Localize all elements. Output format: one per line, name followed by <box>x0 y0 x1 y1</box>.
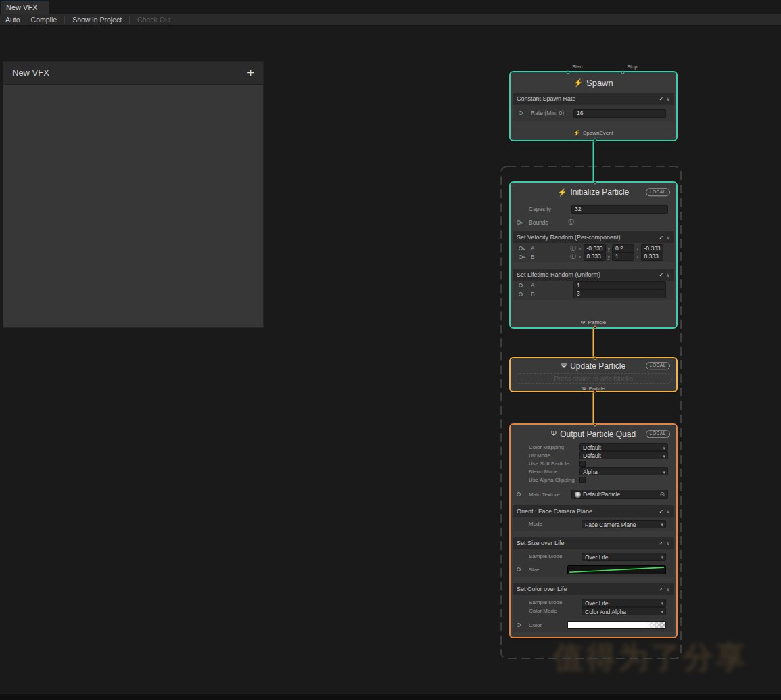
lifetime-a-port[interactable] <box>519 283 531 287</box>
chevron-down-icon[interactable]: ∨ <box>666 509 670 515</box>
velocity-a-z-input[interactable]: -0.333 <box>641 244 663 253</box>
main-texture-port[interactable] <box>517 492 529 496</box>
show-in-project-button[interactable]: Show in Project <box>67 14 127 26</box>
sample-mode-label: Sample Mode <box>529 599 582 605</box>
expand-icon[interactable]: ▸ <box>523 246 525 251</box>
color-mapping-dropdown[interactable]: Default ▾ <box>579 443 668 451</box>
initialize-particle-context-node[interactable]: ⚡ Initialize Particle LOCAL Capacity 32 … <box>509 181 678 329</box>
bounds-label: Bounds <box>529 219 568 226</box>
update-input-flow-port[interactable] <box>593 357 596 360</box>
velocity-a-port[interactable]: ▸ <box>519 246 531 251</box>
set-lifetime-random-block[interactable]: Set Lifetime Random (Uniform) ✓ ∨ A 1 B … <box>513 269 674 300</box>
output-title-row: Ψ Output Particle Quad LOCAL <box>511 425 676 443</box>
use-soft-particle-checkbox[interactable] <box>579 461 586 467</box>
rate-label: Rate (Min: 0) <box>531 110 573 116</box>
constant-spawn-rate-block[interactable]: Constant Spawn Rate ✓ ∨ Rate (Min: 0) 16 <box>513 93 674 121</box>
lifetime-a-input[interactable]: 1 <box>573 281 666 290</box>
size-sample-mode-dropdown[interactable]: Over Life ▾ <box>582 553 666 561</box>
color-gradient-field[interactable] <box>567 621 666 629</box>
spawn-output-flow-port[interactable] <box>593 139 596 142</box>
block-enabled-checkbox[interactable]: ✓ <box>659 272 663 278</box>
compile-button[interactable]: Compile <box>26 14 63 26</box>
local-space-icon[interactable]: Ⓛ <box>570 246 576 252</box>
block-enabled-checkbox[interactable]: ✓ <box>659 235 663 241</box>
auto-toggle-button[interactable]: Auto <box>0 14 26 26</box>
update-output-flow-port[interactable] <box>593 390 596 393</box>
set-velocity-random-block[interactable]: Set Velocity Random (Per-component) ✓ ∨ … <box>513 231 674 262</box>
output-particle-quad-context-node[interactable]: Ψ Output Particle Quad LOCAL Color Mappi… <box>509 423 678 638</box>
lightning-icon: ⚡ <box>573 130 580 136</box>
block-enabled-checkbox[interactable]: ✓ <box>659 586 663 592</box>
velocity-a-row: ▸ A Ⓛ x -0.333 y 0.2 z -0.333 <box>513 243 674 253</box>
local-space-icon[interactable]: Ⓛ <box>570 254 576 260</box>
add-property-button[interactable]: + <box>247 66 254 79</box>
set-size-over-life-block[interactable]: Set Size over Life ✓ ∨ Sample Mode Over … <box>513 537 674 577</box>
size-port[interactable] <box>517 567 529 571</box>
color-mapping-row: Color Mapping Default ▾ <box>511 443 676 451</box>
velocity-a-y-input[interactable]: 0.2 <box>612 244 634 253</box>
color-sample-mode-dropdown[interactable]: Over Life ▾ <box>582 599 666 607</box>
lifetime-b-input[interactable]: 3 <box>573 289 666 298</box>
velocity-b-label: B <box>531 254 570 260</box>
update-title: Update Particle <box>570 361 625 371</box>
expand-icon[interactable]: ▸ <box>521 220 523 225</box>
chevron-down-icon[interactable]: ∨ <box>666 235 670 241</box>
lifetime-b-port[interactable] <box>519 292 531 296</box>
spawn-context-node[interactable]: Start Stop ⚡ Spawn Constant Spawn Rate ✓… <box>509 71 678 141</box>
use-alpha-clipping-checkbox[interactable] <box>579 477 586 483</box>
initialize-input-flow-port[interactable] <box>593 181 596 185</box>
capacity-input[interactable]: 32 <box>571 205 668 214</box>
start-flow-port[interactable] <box>567 71 570 74</box>
chevron-down-icon[interactable]: ∨ <box>666 272 670 278</box>
lifetime-a-label: A <box>531 282 573 289</box>
port-circle-icon <box>517 623 521 627</box>
stop-flow-port[interactable] <box>621 71 625 74</box>
velocity-a-x-input[interactable]: -0.333 <box>584 244 606 253</box>
color-mode-dropdown[interactable]: Color And Alpha ▾ <box>582 607 666 615</box>
dropdown-arrow-icon: ▾ <box>663 445 665 452</box>
object-picker-icon[interactable]: ⊙ <box>659 492 665 498</box>
velocity-b-port[interactable]: ▸ <box>519 254 531 259</box>
uv-mode-dropdown[interactable]: Default ▾ <box>579 451 668 459</box>
velocity-b-z-input[interactable]: 0.333 <box>641 252 663 261</box>
size-curve-field[interactable] <box>567 565 666 574</box>
velocity-b-vector: x 0.333 y 1 z 0.333 <box>579 252 666 261</box>
rate-input[interactable]: 16 <box>573 109 666 118</box>
initialize-output-flow-port[interactable] <box>593 326 596 329</box>
particle-icon: Ψ <box>582 386 586 391</box>
set-color-over-life-block[interactable]: Set Color over Life ✓ ∨ Sample Mode Over… <box>513 583 674 632</box>
block-header: Constant Spawn Rate ✓ ∨ <box>513 93 674 105</box>
initialize-title-row: ⚡ Initialize Particle LOCAL <box>511 183 676 202</box>
block-title: Set Velocity Random (Per-component) <box>517 234 621 241</box>
velocity-b-y-input[interactable]: 1 <box>612 252 634 261</box>
velocity-b-x-input[interactable]: 0.333 <box>584 252 606 261</box>
port-circle-icon <box>519 292 523 296</box>
capacity-row: Capacity 32 <box>511 202 676 216</box>
update-particle-context-node[interactable]: Ψ Update Particle LOCAL Press space to a… <box>509 357 678 392</box>
rate-port[interactable] <box>519 111 531 115</box>
chevron-down-icon[interactable]: ∨ <box>666 96 670 102</box>
local-space-icon[interactable]: Ⓛ <box>568 219 574 225</box>
add-blocks-placeholder: Press space to add blocks <box>515 373 672 384</box>
block-enabled-checkbox[interactable]: ✓ <box>659 96 663 102</box>
use-soft-particle-row: Use Soft Particle <box>511 459 676 467</box>
tab-new-vfx[interactable]: New VFX <box>1 1 49 14</box>
bounds-port[interactable]: ▸ <box>517 220 529 225</box>
chevron-down-icon[interactable]: ∨ <box>666 586 670 592</box>
blend-mode-dropdown[interactable]: Alpha ▾ <box>579 467 668 475</box>
port-circle-icon <box>517 567 521 571</box>
main-texture-object-field[interactable]: DefaultParticle ⊙ <box>571 490 668 499</box>
color-port[interactable] <box>517 623 529 627</box>
expand-icon[interactable]: ▸ <box>523 254 525 259</box>
local-badge: LOCAL <box>646 188 670 196</box>
x-axis-label: x <box>579 246 582 251</box>
block-enabled-checkbox[interactable]: ✓ <box>659 540 663 546</box>
orient-mode-dropdown[interactable]: Face Camera Plane ▾ <box>582 520 666 528</box>
block-enabled-checkbox[interactable]: ✓ <box>659 509 663 515</box>
dropdown-value: Alpha <box>583 469 598 475</box>
orient-block[interactable]: Orient : Face Camera Plane ✓ ∨ Mode Face… <box>513 505 674 531</box>
output-input-flow-port[interactable] <box>593 423 596 427</box>
capacity-label: Capacity <box>529 206 571 212</box>
chevron-down-icon[interactable]: ∨ <box>666 540 670 546</box>
bounds-row: ▸ Bounds Ⓛ <box>511 216 676 228</box>
